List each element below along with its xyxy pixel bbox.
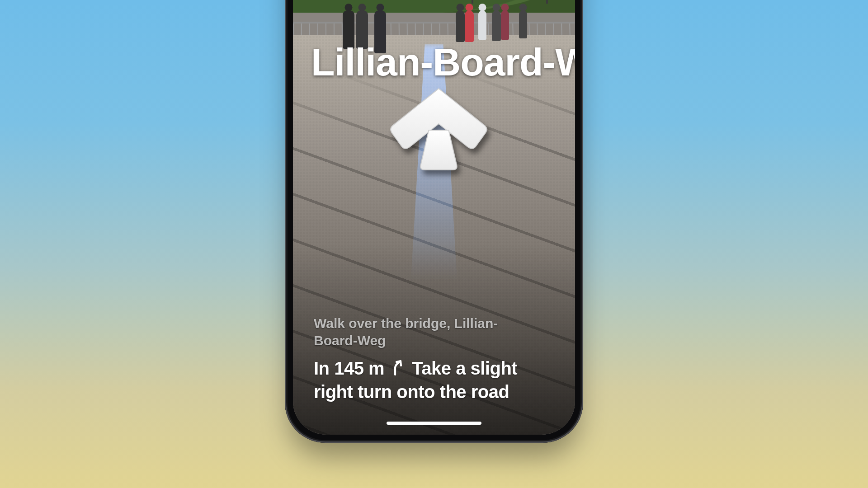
directions-panel: Walk over the bridge, Lillian-Board-Weg …	[314, 315, 554, 403]
current-step-text: Walk over the bridge, Lillian-Board-Weg	[314, 315, 513, 349]
ar-street-name-overlay: Lillian-Board-We	[311, 40, 575, 84]
next-step-distance: In 145 m	[314, 358, 384, 378]
ar-navigation-screen[interactable]: Lillian-Board-We Walk over the bridge, L…	[293, 0, 575, 435]
next-step-text: In 145 m Take a slight right turn onto t…	[314, 357, 554, 403]
home-indicator[interactable]	[387, 422, 481, 425]
slight-right-arrow-icon	[391, 358, 405, 380]
ar-forward-arrow-icon	[380, 80, 497, 173]
phone-device-frame: Lillian-Board-We Walk over the bridge, L…	[285, 0, 583, 443]
